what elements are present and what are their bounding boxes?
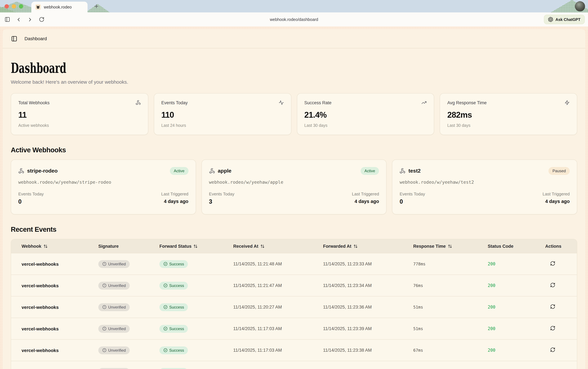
cell-forward-status: Success — [159, 346, 233, 354]
webhook-icon — [136, 100, 141, 105]
active-webhooks-row: stripe-rodeo Active webhook.rodeo/w/yeeh… — [11, 160, 577, 215]
profile-avatar[interactable] — [575, 1, 585, 11]
reload-button[interactable] — [38, 16, 45, 23]
browser-window: webhook.rodeo webhook.rodeo/dashboard As… — [0, 0, 588, 369]
cell-actions — [545, 347, 577, 353]
ask-chatgpt-label: Ask ChatGPT — [556, 17, 580, 22]
success-badge: Success — [159, 260, 188, 268]
replay-event-button[interactable] — [550, 282, 555, 287]
events-today-value: 0 — [18, 198, 44, 205]
stat-sublabel: Last 24 hours — [161, 123, 284, 128]
stat-sublabel: Last 30 days — [304, 123, 427, 128]
cell-signature: Unverified — [98, 325, 159, 333]
page-subtitle: Welcome back! Here's an overview of your… — [11, 79, 577, 85]
last-triggered-value: 4 days ago — [352, 199, 379, 204]
column-header-response-time[interactable]: Response Time — [413, 244, 488, 248]
cell-forwarded-at: 11/14/2025, 11:23:39 AM — [323, 326, 413, 331]
close-window-button[interactable] — [5, 4, 9, 9]
sort-arrows-icon — [43, 244, 48, 248]
cell-actions — [545, 325, 577, 332]
cell-webhook: vercel-webhooks — [21, 283, 98, 288]
replay-event-button[interactable] — [550, 325, 555, 331]
replay-event-button[interactable] — [550, 261, 555, 266]
events-today-value: 3 — [209, 198, 234, 205]
page-gutter: Dashboard Dashboard Welcome back! Here's… — [0, 26, 588, 369]
table-row[interactable]: vercel-webhooks Unverified Success 11/14… — [11, 253, 577, 275]
table-row[interactable]: vercel-webhooks Unverified Success 11/14… — [11, 296, 577, 318]
success-badge: Success — [159, 303, 188, 311]
webhook-icon — [400, 168, 406, 174]
column-header-forward-status[interactable]: Forward Status — [159, 244, 233, 248]
check-circle-icon — [163, 327, 168, 331]
check-circle-icon — [163, 348, 168, 352]
chevron-left-icon — [16, 17, 21, 22]
column-header-forwarded-at[interactable]: Forwarded At — [323, 244, 413, 248]
zoom-window-button[interactable] — [19, 4, 23, 9]
check-circle-icon — [163, 262, 168, 266]
webhook-name: stripe-rodeo — [27, 168, 58, 174]
cell-webhook: vercel-webhooks — [21, 326, 98, 331]
cell-received-at: 11/14/2025, 11:17:03 AM — [233, 326, 323, 331]
minimize-window-button[interactable] — [12, 4, 16, 9]
cell-response-time: 51ms — [413, 326, 488, 331]
cell-received-at: 11/14/2025, 11:21:47 AM — [233, 283, 323, 288]
webhook-card-stripe-rodeo[interactable]: stripe-rodeo Active webhook.rodeo/w/yeeh… — [11, 160, 196, 215]
status-badge: Active — [170, 167, 188, 175]
last-triggered-label: Last Triggered — [352, 192, 379, 196]
refresh-icon — [550, 261, 555, 266]
stat-value: 21.4% — [304, 110, 427, 120]
cell-actions — [545, 304, 577, 310]
last-triggered-value: 4 days ago — [543, 199, 570, 204]
alert-circle-icon — [102, 262, 107, 266]
panel-left-icon — [4, 17, 10, 22]
panel-left-icon[interactable] — [11, 35, 17, 42]
success-badge: Success — [159, 346, 188, 354]
cell-forward-status: Success — [159, 303, 233, 311]
browser-tab[interactable]: webhook.rodeo — [31, 2, 88, 12]
table-row[interactable]: vercel-webhooks Unverified Success 11/14… — [11, 361, 577, 369]
stat-card-total-webhooks: Total Webhooks 11 Active webhooks — [11, 93, 148, 135]
cell-forwarded-at: 11/14/2025, 11:23:33 AM — [323, 261, 413, 266]
stat-card-avg-response-time: Avg Response Time 282ms Last 30 days — [440, 93, 577, 135]
unverified-badge: Unverified — [98, 260, 130, 268]
cell-signature: Unverified — [98, 368, 159, 369]
column-header-webhook[interactable]: Webhook — [21, 244, 98, 248]
refresh-icon — [550, 347, 555, 352]
table-row[interactable]: vercel-webhooks Unverified Success 11/14… — [11, 275, 577, 296]
replay-event-button[interactable] — [550, 347, 555, 352]
forward-button[interactable] — [26, 16, 34, 23]
table-row[interactable]: vercel-webhooks Unverified Success 11/14… — [11, 318, 577, 339]
sidebar-toggle-button[interactable] — [3, 16, 11, 23]
browser-toolbar: webhook.rodeo/dashboard Ask ChatGPT — [0, 12, 588, 26]
cell-response-time: 67ms — [413, 348, 488, 353]
events-today-label: Events Today — [209, 192, 234, 196]
cell-forward-status: Success — [159, 282, 233, 289]
webhook-card-apple[interactable]: apple Active webhook.rodeo/w/yeehaw/appl… — [201, 160, 387, 215]
stat-value: 11 — [18, 110, 141, 120]
bull-favicon-icon — [35, 4, 41, 10]
check-circle-icon — [163, 283, 168, 288]
recent-events-table: Webhook Signature Forward Status Receive… — [11, 239, 577, 369]
trending-up-icon — [422, 100, 427, 105]
status-badge: Active — [360, 167, 379, 175]
cell-status-code: 200 — [488, 283, 545, 288]
sort-arrows-icon — [194, 244, 198, 248]
unverified-badge: Unverified — [98, 282, 130, 289]
stat-label: Avg Response Time — [447, 100, 487, 105]
webhook-url: webhook.rodeo/w/yeehaw/stripe-rodeo — [18, 179, 188, 185]
address-bar[interactable]: webhook.rodeo/dashboard — [0, 17, 588, 22]
replay-event-button[interactable] — [550, 304, 555, 309]
back-button[interactable] — [15, 16, 22, 23]
main-content: Dashboard Welcome back! Here's an overvi… — [3, 60, 585, 369]
column-header-received-at[interactable]: Received At — [233, 244, 323, 248]
webhook-card-test2[interactable]: test2 Paused webhook.rodeo/w/yeehaw/test… — [392, 160, 577, 215]
column-header-status-code: Status Code — [488, 244, 545, 248]
cell-actions — [545, 261, 577, 267]
new-tab-button[interactable] — [93, 3, 100, 10]
webhook-icon — [18, 168, 24, 174]
ask-chatgpt-button[interactable]: Ask ChatGPT — [544, 15, 585, 24]
table-row[interactable]: vercel-webhooks Unverified Success 11/14… — [11, 339, 577, 361]
cell-status-code: 200 — [488, 326, 545, 331]
cell-response-time: 778ms — [413, 261, 488, 266]
alert-circle-icon — [102, 327, 107, 331]
